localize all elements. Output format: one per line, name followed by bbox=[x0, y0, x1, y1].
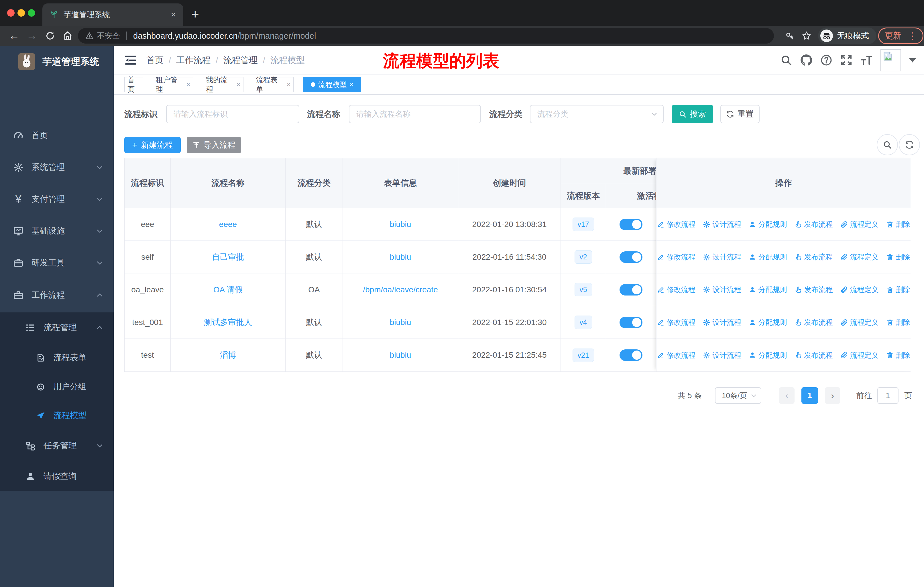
sidebar-collapse-icon[interactable] bbox=[124, 54, 137, 67]
design-process-link[interactable]: 设计流程 bbox=[703, 220, 741, 229]
breadcrumb-process-manage[interactable]: 流程管理 bbox=[223, 55, 258, 66]
window-zoom-button[interactable] bbox=[28, 9, 35, 17]
process-name-link[interactable]: OA 请假 bbox=[213, 284, 243, 295]
fullscreen-icon[interactable] bbox=[840, 54, 852, 66]
reset-button[interactable]: 重置 bbox=[720, 105, 760, 123]
prev-page-button[interactable]: ‹ bbox=[779, 387, 795, 404]
sidebar-item-infra[interactable]: 基础设施 bbox=[0, 218, 114, 244]
user-avatar[interactable] bbox=[881, 49, 901, 71]
edit-process-link[interactable]: 修改流程 bbox=[657, 317, 695, 327]
delete-link[interactable]: 删除 bbox=[886, 252, 910, 262]
key-icon[interactable] bbox=[785, 31, 795, 40]
sidebar-item-task-manage[interactable]: 任务管理 bbox=[0, 433, 114, 459]
edit-process-link[interactable]: 修改流程 bbox=[657, 351, 695, 360]
delete-link[interactable]: 删除 bbox=[886, 220, 910, 229]
form-info-link[interactable]: biubiu bbox=[390, 351, 411, 360]
publish-process-link[interactable]: 发布流程 bbox=[795, 220, 833, 229]
next-page-button[interactable]: › bbox=[825, 387, 840, 404]
window-minimize-button[interactable] bbox=[18, 9, 25, 17]
edit-process-link[interactable]: 修改流程 bbox=[657, 285, 695, 294]
design-process-link[interactable]: 设计流程 bbox=[703, 317, 741, 327]
tag-home[interactable]: 首页 bbox=[124, 77, 143, 92]
publish-process-link[interactable]: 发布流程 bbox=[795, 285, 833, 294]
process-key-input[interactable] bbox=[166, 105, 299, 123]
sidebar-item-user-group[interactable]: 用户分组 bbox=[0, 374, 114, 400]
breadcrumb-workflow[interactable]: 工作流程 bbox=[176, 55, 211, 66]
active-toggle[interactable] bbox=[620, 219, 642, 230]
sidebar-logo[interactable]: 芋道管理系统 bbox=[0, 46, 114, 78]
goto-page-input[interactable] bbox=[877, 387, 899, 404]
sidebar-item-workflow[interactable]: 工作流程 bbox=[0, 282, 114, 308]
form-info-link[interactable]: biubiu bbox=[390, 253, 411, 262]
font-size-icon[interactable] bbox=[860, 54, 873, 66]
design-process-link[interactable]: 设计流程 bbox=[703, 252, 741, 262]
close-icon[interactable]: × bbox=[350, 81, 353, 88]
back-button[interactable]: ← bbox=[8, 26, 20, 46]
process-definition-link[interactable]: 流程定义 bbox=[840, 252, 879, 262]
form-info-link[interactable]: /bpm/oa/leave/create bbox=[363, 285, 438, 294]
process-definition-link[interactable]: 流程定义 bbox=[840, 220, 879, 229]
page-size-select[interactable]: 10条/页 bbox=[715, 387, 761, 404]
import-process-button[interactable]: 导入流程 bbox=[187, 137, 241, 153]
breadcrumb-home[interactable]: 首页 bbox=[146, 55, 163, 66]
active-toggle[interactable] bbox=[620, 284, 642, 296]
close-icon[interactable]: × bbox=[186, 81, 190, 88]
create-process-button[interactable]: + 新建流程 bbox=[124, 137, 181, 153]
process-definition-link[interactable]: 流程定义 bbox=[840, 285, 879, 294]
page-number-1[interactable]: 1 bbox=[802, 387, 818, 404]
form-info-link[interactable]: biubiu bbox=[390, 220, 411, 229]
process-name-link[interactable]: 滔博 bbox=[220, 350, 236, 360]
new-tab-button[interactable]: + bbox=[191, 6, 199, 22]
active-toggle[interactable] bbox=[620, 349, 642, 361]
delete-link[interactable]: 删除 bbox=[886, 317, 910, 327]
edit-process-link[interactable]: 修改流程 bbox=[657, 252, 695, 262]
help-icon[interactable] bbox=[820, 54, 832, 66]
process-definition-link[interactable]: 流程定义 bbox=[840, 351, 879, 360]
category-select[interactable]: 流程分类 bbox=[530, 105, 663, 123]
active-toggle[interactable] bbox=[620, 317, 642, 328]
process-definition-link[interactable]: 流程定义 bbox=[840, 317, 879, 327]
bookmark-star-icon[interactable] bbox=[802, 31, 812, 41]
assign-rule-link[interactable]: 分配规则 bbox=[749, 220, 787, 229]
sidebar-item-process-form[interactable]: 流程表单 bbox=[0, 344, 114, 371]
tag-process-model[interactable]: 流程模型× bbox=[303, 77, 361, 92]
sidebar-item-system[interactable]: 系统管理 bbox=[0, 154, 114, 180]
process-name-input[interactable] bbox=[349, 105, 481, 123]
version-badge[interactable]: v21 bbox=[573, 349, 594, 362]
version-badge[interactable]: v2 bbox=[574, 250, 592, 264]
sidebar-item-home[interactable]: 首页 bbox=[0, 122, 114, 149]
github-icon[interactable] bbox=[800, 54, 812, 66]
home-button[interactable] bbox=[63, 31, 73, 41]
refresh-table-button[interactable] bbox=[899, 134, 920, 155]
sidebar-item-process-manage[interactable]: 流程管理 bbox=[0, 314, 114, 341]
assign-rule-link[interactable]: 分配规则 bbox=[749, 317, 787, 327]
publish-process-link[interactable]: 发布流程 bbox=[795, 252, 833, 262]
design-process-link[interactable]: 设计流程 bbox=[703, 285, 741, 294]
assign-rule-link[interactable]: 分配规则 bbox=[749, 285, 787, 294]
sidebar-item-payment[interactable]: ¥ 支付管理 bbox=[0, 186, 114, 212]
show-search-toggle-button[interactable] bbox=[877, 134, 898, 155]
sidebar-item-leave-query[interactable]: 请假查询 bbox=[0, 463, 114, 489]
browser-menu-icon[interactable]: ⋮ bbox=[908, 30, 917, 41]
edit-process-link[interactable]: 修改流程 bbox=[657, 220, 695, 229]
form-info-link[interactable]: biubiu bbox=[390, 318, 411, 327]
process-name-link[interactable]: 测试多审批人 bbox=[204, 317, 252, 328]
reload-button[interactable] bbox=[45, 31, 55, 41]
search-button[interactable]: 搜索 bbox=[672, 105, 713, 123]
tag-tenant[interactable]: 租户管理× bbox=[153, 77, 193, 92]
close-icon[interactable]: × bbox=[287, 81, 290, 88]
forward-button[interactable]: → bbox=[26, 26, 37, 46]
caret-down-icon[interactable] bbox=[909, 58, 916, 63]
publish-process-link[interactable]: 发布流程 bbox=[795, 317, 833, 327]
active-toggle[interactable] bbox=[620, 251, 642, 263]
browser-update-button[interactable]: 更新 ⋮ bbox=[878, 28, 924, 44]
window-close-button[interactable] bbox=[7, 9, 15, 17]
version-badge[interactable]: v4 bbox=[574, 316, 592, 329]
sidebar-item-process-model[interactable]: 流程模型 bbox=[0, 402, 114, 429]
close-icon[interactable]: × bbox=[237, 81, 240, 88]
tab-close-icon[interactable]: × bbox=[171, 10, 176, 20]
sidebar-item-devtools[interactable]: 研发工具 bbox=[0, 250, 114, 276]
assign-rule-link[interactable]: 分配规则 bbox=[749, 252, 787, 262]
publish-process-link[interactable]: 发布流程 bbox=[795, 351, 833, 360]
browser-tab[interactable]: 芋道管理系统 × bbox=[42, 3, 183, 26]
